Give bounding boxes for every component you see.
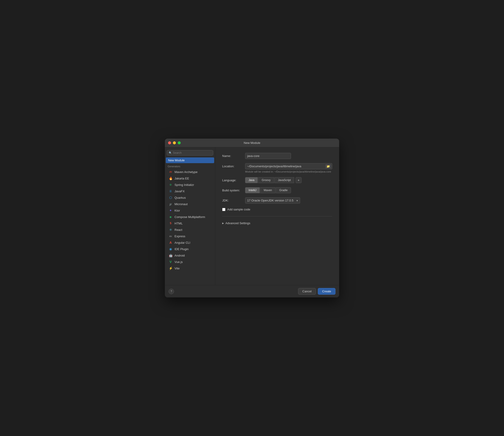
language-javascript-button[interactable]: JavaScript [274,177,294,183]
name-label: Name: [222,154,245,158]
sidebar-item-label: Micronaut [174,202,188,206]
maven-icon: m [169,170,173,174]
footer-buttons: Cancel Create [298,288,336,295]
form-area: Name: Location: 📁 Module will be created… [215,147,339,285]
jdk-select[interactable]: 17 Oracle OpenJDK version 17.0.5 [245,197,300,204]
location-field-wrap: 📁 [245,163,332,169]
jakarta-icon: 🔥 [169,176,173,180]
sidebar-item-label: React [174,228,182,232]
sidebar-item-ktor[interactable]: ✦ Ktor [166,207,214,214]
help-button[interactable]: ? [169,289,174,294]
build-maven-button[interactable]: Maven [260,187,275,193]
sidebar-item-label: IDE Plugin [174,247,189,251]
jdk-row: JDK: 17 Oracle OpenJDK version 17.0.5 ▼ [222,197,332,204]
spring-icon: ⚙ [169,183,173,187]
sidebar-item-quarkus[interactable]: ⬡ Quarkus [166,194,214,201]
ide-plugin-icon: ◉ [169,247,173,251]
sidebar-item-ide-plugin[interactable]: ◉ IDE Plugin [166,246,214,252]
footer: ? Cancel Create [165,285,339,297]
search-icon: 🔍 [169,151,172,154]
build-system-row: Build system: IntelliJ Maven Gradle [222,187,332,193]
vite-icon: ⚡ [169,266,173,270]
sidebar-item-vite[interactable]: ⚡ Vite [166,265,214,271]
close-button[interactable] [168,141,171,144]
name-row: Name: [222,153,332,159]
sidebar-item-compose-multiplatform[interactable]: ◉ Compose Multiplatform [166,214,214,220]
location-hint: Module will be created in: ~/Documents/p… [245,170,331,173]
traffic-lights [168,141,181,144]
divider [222,216,332,216]
sample-code-row: Add sample code [222,208,332,211]
advanced-settings-row[interactable]: ▶ Advanced Settings [222,222,332,225]
build-gradle-button[interactable]: Gradle [276,187,291,193]
dialog-content: 🔍 New Module Generators m Maven Archetyp… [165,147,339,285]
search-input[interactable] [173,151,211,154]
title-bar: New Module [165,139,339,147]
sidebar-item-react[interactable]: ⚛ React [166,226,214,233]
ktor-icon: ✦ [169,208,173,213]
build-system-button-group: IntelliJ Maven Gradle [245,187,291,193]
sidebar-item-html[interactable]: 5 HTML [166,220,214,226]
language-label: Language: [222,178,245,182]
sidebar-item-label: Spring Initializr [174,183,194,186]
sidebar-item-label: Android [174,254,185,257]
sidebar-item-android[interactable]: 🤖 Android [166,252,214,259]
sample-code-label: Add sample code [227,208,250,211]
sidebar-item-label: Vue.js [174,260,183,264]
sidebar-item-javafx[interactable]: ☰ JavaFX [166,188,214,194]
location-label: Location: [222,165,245,168]
advanced-settings-label: Advanced Settings [225,222,250,225]
sidebar-item-label: Quarkus [174,196,186,199]
micronaut-icon: μ [169,202,173,206]
add-language-button[interactable]: + [296,177,302,183]
language-groovy-button[interactable]: Groovy [258,177,274,183]
sidebar-item-label: Compose Multiplatform [174,215,205,219]
main-area: Name: Location: 📁 Module will be created… [215,147,339,285]
sidebar: 🔍 New Module Generators m Maven Archetyp… [165,147,215,285]
sidebar-item-label: HTML [174,222,182,225]
sample-code-checkbox[interactable] [222,208,225,211]
minimize-button[interactable] [173,141,176,144]
maximize-button[interactable] [178,141,181,144]
chevron-right-icon: ▶ [222,222,224,224]
sidebar-item-label: Ktor [174,209,180,212]
search-box[interactable]: 🔍 [167,150,213,156]
sidebar-item-label: JavaFX [174,190,185,193]
build-intellij-button[interactable]: IntelliJ [245,187,260,193]
sidebar-item-express[interactable]: ex Express [166,233,214,239]
language-row: Language: Java Groovy JavaScript + [222,177,332,183]
jdk-select-wrap: 17 Oracle OpenJDK version 17.0.5 ▼ [245,197,300,204]
sidebar-item-label: Angular CLI [174,241,190,244]
sidebar-item-jakarta-ee[interactable]: 🔥 Jakarta EE [166,175,214,182]
sidebar-item-new-module[interactable]: New Module [166,158,214,163]
sidebar-item-micronaut[interactable]: μ Micronaut [166,201,214,207]
window-title: New Module [244,141,260,145]
browse-folder-button[interactable]: 📁 [325,164,331,168]
html-icon: 5 [169,221,173,225]
build-system-label: Build system: [222,189,245,192]
sidebar-item-label: Maven Archetype [174,170,198,174]
jdk-label: JDK: [222,199,245,202]
javafx-icon: ☰ [169,189,173,193]
generators-section-label: Generators [165,163,215,169]
compose-icon: ◉ [169,215,173,219]
sidebar-item-label: Express [174,234,185,238]
cancel-button[interactable]: Cancel [298,288,316,295]
create-button[interactable]: Create [318,288,335,295]
vue-icon: V [169,260,173,264]
react-icon: ⚛ [169,228,173,232]
angular-icon: A [169,241,173,245]
sidebar-item-maven-archetype[interactable]: m Maven Archetype [166,169,214,175]
location-input[interactable] [245,163,325,169]
language-java-button[interactable]: Java [245,177,258,183]
quarkus-icon: ⬡ [169,195,173,200]
sidebar-item-label: Vite [174,267,180,270]
sidebar-item-spring-initializr[interactable]: ⚙ Spring Initializr [166,182,214,188]
android-icon: 🤖 [169,253,173,258]
language-button-group: Java Groovy JavaScript + [245,177,302,183]
sidebar-item-angular-cli[interactable]: A Angular CLI [166,239,214,246]
location-row: Location: 📁 Module will be created in: ~… [222,163,332,173]
sidebar-item-vuejs[interactable]: V Vue.js [166,259,214,265]
name-input[interactable] [245,153,291,159]
express-icon: ex [169,234,173,238]
